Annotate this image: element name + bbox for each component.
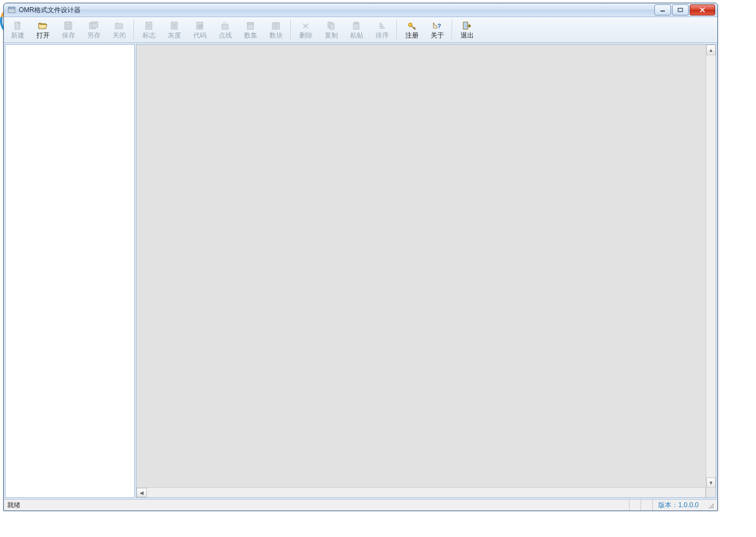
- client-area: ▲ ▼ ◀ ▶: [4, 43, 717, 499]
- dotline-button[interactable]: 点线: [213, 17, 238, 42]
- numblock-button[interactable]: 数块: [263, 17, 289, 42]
- numset-button[interactable]: 数集: [238, 17, 263, 42]
- register-button[interactable]: 注册: [399, 17, 425, 42]
- about-button[interactable]: ? 关于: [425, 17, 450, 42]
- toolbar-label: 关于: [431, 32, 444, 39]
- code-button[interactable]: 15 代码: [187, 17, 213, 42]
- save-icon: [63, 21, 74, 31]
- svg-point-33: [712, 506, 713, 507]
- saveas-button[interactable]: 另存: [81, 17, 107, 42]
- vertical-scrollbar[interactable]: ▲ ▼: [706, 45, 716, 488]
- toolbar-label: 另存: [87, 32, 101, 39]
- maximize-button[interactable]: [672, 4, 689, 15]
- open-folder-icon: [38, 21, 49, 31]
- svg-point-35: [712, 504, 713, 505]
- status-cell: [641, 499, 652, 511]
- toolbar-label: 粘贴: [350, 32, 363, 39]
- open-button[interactable]: 打开: [30, 17, 56, 42]
- exit-button[interactable]: 退出: [454, 17, 480, 42]
- version-value: 1.0.0.0: [678, 501, 699, 509]
- svg-rect-24: [330, 24, 334, 29]
- svg-rect-2: [660, 10, 665, 12]
- paste-button[interactable]: 粘贴: [344, 17, 369, 42]
- close-button[interactable]: [690, 4, 715, 15]
- toolbar-separator: [452, 19, 453, 40]
- treeview[interactable]: [5, 44, 135, 498]
- minimize-button[interactable]: [654, 4, 671, 15]
- side-panel: [5, 44, 135, 498]
- svg-rect-19: [272, 23, 276, 25]
- sort-button[interactable]: 排序: [369, 17, 395, 42]
- toolbar-label: 新建: [11, 32, 24, 39]
- scrollbar-corner: [706, 487, 716, 497]
- status-cell: [629, 499, 641, 511]
- svg-rect-21: [272, 26, 276, 29]
- scroll-up-arrow-icon[interactable]: ▲: [706, 45, 716, 55]
- toolbar-label: 退出: [461, 32, 474, 39]
- svg-point-34: [711, 506, 712, 507]
- mark-button[interactable]: 标志: [136, 17, 162, 42]
- delete-icon: [300, 21, 311, 31]
- toolbar-label: 注册: [405, 32, 419, 39]
- toolbar-label: 删除: [299, 32, 313, 39]
- resize-grip-icon[interactable]: [706, 501, 714, 509]
- app-icon: [7, 6, 16, 14]
- main-panel: ▲ ▼ ◀ ▶: [136, 44, 716, 498]
- titlebar[interactable]: OMR格式文件设计器: [4, 3, 717, 17]
- toolbar-label: 保存: [62, 32, 75, 39]
- save-button[interactable]: 保存: [56, 17, 81, 42]
- new-button[interactable]: 新建: [5, 17, 30, 42]
- scroll-down-arrow-icon[interactable]: ▼: [706, 477, 716, 488]
- close-file-button[interactable]: 关闭: [107, 17, 132, 42]
- toolbar-label: 关闭: [113, 32, 126, 39]
- status-version: 版本：1.0.0.0: [652, 499, 704, 511]
- horizontal-scrollbar[interactable]: ◀ ▶: [136, 487, 716, 497]
- key-icon: [406, 21, 417, 31]
- app-window: OMR格式文件设计器 新建: [3, 3, 718, 511]
- svg-point-30: [712, 507, 713, 508]
- svg-rect-1: [8, 7, 15, 9]
- statusbar: 就绪 版本：1.0.0.0: [4, 499, 717, 511]
- mark-icon: [144, 21, 155, 31]
- window-title: OMR格式文件设计器: [19, 6, 81, 15]
- scrollbar-track[interactable]: [706, 55, 716, 477]
- copy-button[interactable]: 复制: [319, 17, 344, 42]
- scroll-left-arrow-icon[interactable]: ◀: [136, 488, 147, 497]
- status-ready-text: 就绪: [7, 501, 20, 510]
- svg-point-31: [711, 507, 712, 508]
- version-label: 版本：: [658, 501, 678, 510]
- svg-rect-20: [276, 23, 279, 25]
- dotline-icon: [220, 21, 231, 31]
- toolbar-label: 排序: [376, 32, 389, 39]
- gray-button[interactable]: 灰度: [162, 17, 187, 42]
- paste-icon: [351, 21, 362, 31]
- svg-rect-11: [146, 22, 152, 29]
- toolbar-label: 标志: [142, 32, 156, 39]
- toolbar: 新建 打开 保存 另存: [4, 17, 717, 43]
- close-file-icon: [114, 21, 125, 31]
- svg-rect-17: [247, 23, 253, 29]
- svg-text:?: ?: [437, 23, 441, 29]
- toolbar-label: 数集: [244, 32, 257, 39]
- svg-point-32: [709, 507, 710, 508]
- svg-rect-5: [65, 22, 72, 29]
- svg-rect-16: [222, 24, 228, 29]
- sort-icon: [377, 21, 388, 31]
- toolbar-separator: [134, 19, 135, 40]
- toolbar-separator: [396, 19, 398, 40]
- toolbar-label: 复制: [325, 32, 338, 39]
- scrollbar-track[interactable]: [147, 488, 705, 497]
- toolbar-separator: [290, 19, 292, 40]
- svg-rect-22: [276, 26, 279, 29]
- toolbar-label: 打开: [36, 32, 50, 39]
- copy-icon: [326, 21, 337, 31]
- toolbar-label: 数块: [269, 32, 283, 39]
- delete-button[interactable]: 删除: [293, 17, 319, 42]
- window-controls: [654, 4, 715, 15]
- code-icon: 15: [194, 21, 205, 31]
- new-file-icon: [12, 21, 23, 31]
- toolbar-label: 点线: [219, 32, 232, 39]
- about-icon: ?: [432, 21, 443, 31]
- toolbar-label: 灰度: [168, 32, 181, 39]
- canvas-area[interactable]: [136, 45, 716, 487]
